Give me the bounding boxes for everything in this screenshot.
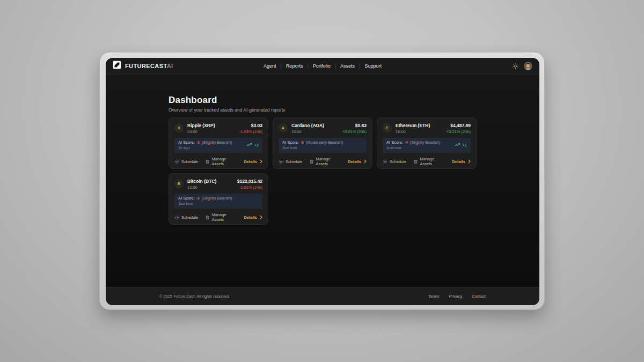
footer-link-contact[interactable]: Contact bbox=[472, 294, 486, 299]
ai-updated-ago: Just now bbox=[178, 202, 232, 205]
ai-score-line: AI Score: -4 (Slightly Bearish) bbox=[386, 140, 440, 145]
user-avatar[interactable] bbox=[524, 62, 532, 70]
price-change: +0.01% (24h) bbox=[342, 129, 367, 134]
details-label: Details bbox=[452, 159, 465, 164]
theme-toggle-sun-icon[interactable] bbox=[513, 63, 518, 69]
trash-icon bbox=[206, 159, 209, 164]
trend-value: +2 bbox=[254, 143, 259, 147]
gear-icon bbox=[174, 215, 179, 220]
card-header: E Ethereum (ETH) 10:00 $4,487.99 +0.21% … bbox=[383, 123, 471, 134]
asset-price: $0.83 bbox=[342, 123, 367, 128]
card-header: A Cardano (ADA) 10:00 $0.83 +0.01% (24h) bbox=[279, 123, 367, 134]
details-button[interactable]: Details bbox=[244, 215, 262, 220]
asset-card-grid: X Ripple (XRP) 09:00 $3.03 -1.93% (24h) … bbox=[169, 117, 477, 225]
details-label: Details bbox=[244, 215, 257, 220]
logo-mark-icon bbox=[113, 61, 121, 71]
schedule-label: Schedule bbox=[181, 159, 198, 164]
ai-score-panel: AI Score: -3 (Slightly Bearish) Just now bbox=[174, 194, 262, 208]
brand-name: FUTURECASTAI bbox=[125, 63, 173, 69]
topbar-right bbox=[513, 62, 532, 70]
details-button[interactable]: Details bbox=[244, 159, 262, 164]
ai-score-value: -3 bbox=[196, 196, 200, 201]
ai-score-label: AI Score: bbox=[282, 140, 299, 145]
page-subtitle: Overview of your tracked assets and AI-g… bbox=[169, 107, 477, 113]
ai-sentiment-label: (Slightly Bearish) bbox=[202, 140, 232, 145]
trash-icon bbox=[206, 215, 209, 220]
nav-item-assets[interactable]: Assets bbox=[336, 63, 359, 69]
chevron-right-icon bbox=[468, 159, 471, 164]
nav-item-agent[interactable]: Agent bbox=[259, 63, 281, 69]
nav-item-reports[interactable]: Reports bbox=[282, 63, 308, 69]
price-change: -0.01% (24h) bbox=[237, 185, 262, 190]
app-window: FUTURECASTAI Agent|Reports|Portfolio|Ass… bbox=[106, 58, 539, 305]
ai-score-label: AI Score: bbox=[386, 140, 403, 145]
asset-card: X Ripple (XRP) 09:00 $3.03 -1.93% (24h) … bbox=[169, 117, 268, 169]
details-button[interactable]: Details bbox=[348, 159, 367, 164]
card-footer: Schedule Manage Assets Details bbox=[174, 152, 262, 166]
ai-score-panel: AI Score: -4 (Slightly Bearish) Just now… bbox=[383, 138, 471, 152]
asset-price: $3.03 bbox=[239, 123, 262, 128]
manage-assets-button[interactable]: Manage Assets bbox=[310, 157, 340, 166]
trend-value: +1 bbox=[462, 143, 467, 147]
schedule-button[interactable]: Schedule bbox=[174, 159, 198, 164]
card-footer: Schedule Manage Assets Details bbox=[174, 208, 262, 222]
footer-link-terms[interactable]: Terms bbox=[428, 294, 439, 299]
ai-sentiment-label: (Slightly Bearish) bbox=[202, 196, 232, 201]
details-label: Details bbox=[244, 159, 257, 164]
manage-assets-button[interactable]: Manage Assets bbox=[414, 157, 444, 166]
ai-score-line: AI Score: -6 (Moderately Bearish) bbox=[282, 140, 343, 145]
card-footer: Schedule Manage Assets Details bbox=[279, 152, 367, 166]
gear-icon bbox=[174, 159, 179, 164]
manage-assets-button[interactable]: Manage Assets bbox=[206, 212, 236, 222]
ai-sentiment-label: (Moderately Bearish) bbox=[306, 140, 343, 145]
asset-name: Bitcoin (BTC) bbox=[187, 179, 216, 184]
schedule-label: Schedule bbox=[390, 159, 406, 164]
ai-score-panel: AI Score: -6 (Moderately Bearish) Just n… bbox=[279, 138, 367, 152]
schedule-button[interactable]: Schedule bbox=[383, 159, 406, 164]
card-footer: Schedule Manage Assets Details bbox=[383, 152, 471, 166]
asset-price: $4,487.99 bbox=[447, 123, 471, 128]
device-frame: FUTURECASTAI Agent|Reports|Portfolio|Ass… bbox=[99, 52, 545, 310]
asset-card: A Cardano (ADA) 10:00 $0.83 +0.01% (24h)… bbox=[273, 117, 372, 169]
nav-item-support[interactable]: Support bbox=[360, 63, 386, 69]
trending-up-icon bbox=[455, 143, 460, 147]
main-nav: Agent|Reports|Portfolio|Assets|Support bbox=[259, 58, 386, 74]
chevron-right-icon bbox=[364, 159, 367, 164]
ai-updated-ago: Just now bbox=[282, 146, 343, 150]
asset-symbol-icon: X bbox=[174, 123, 184, 132]
chevron-right-icon bbox=[260, 159, 262, 164]
manage-assets-label: Manage Assets bbox=[211, 212, 236, 222]
footer-bar: © 2025 Future Cast. All rights reserved.… bbox=[106, 287, 539, 305]
footer-link-privacy[interactable]: Privacy bbox=[449, 294, 463, 299]
schedule-button[interactable]: Schedule bbox=[174, 215, 198, 220]
copyright-text: © 2025 Future Cast. All rights reserved. bbox=[159, 294, 230, 299]
price-change: -1.93% (24h) bbox=[239, 129, 262, 134]
trash-icon bbox=[310, 159, 313, 164]
schedule-label: Schedule bbox=[181, 215, 198, 220]
footer-links: TermsPrivacyContact bbox=[428, 294, 486, 299]
manage-assets-label: Manage Assets bbox=[420, 157, 444, 166]
nav-item-portfolio[interactable]: Portfolio bbox=[309, 63, 335, 69]
top-navigation-bar: FUTURECASTAI Agent|Reports|Portfolio|Ass… bbox=[106, 58, 539, 75]
chevron-right-icon bbox=[260, 215, 262, 219]
card-header: X Ripple (XRP) 09:00 $3.03 -1.93% (24h) bbox=[174, 123, 262, 134]
ai-score-label: AI Score: bbox=[178, 196, 195, 201]
asset-name: Ethereum (ETH) bbox=[396, 123, 430, 128]
ai-score-line: AI Score: -3 (Slightly Bearish) bbox=[178, 140, 232, 145]
gear-icon bbox=[279, 159, 283, 164]
ai-sentiment-label: (Slightly Bearish) bbox=[410, 140, 441, 145]
schedule-button[interactable]: Schedule bbox=[279, 159, 302, 164]
manage-assets-button[interactable]: Manage Assets bbox=[206, 157, 236, 166]
details-button[interactable]: Details bbox=[452, 159, 471, 164]
asset-symbol-icon: A bbox=[279, 123, 288, 132]
asset-name: Ripple (XRP) bbox=[187, 123, 215, 128]
manage-assets-label: Manage Assets bbox=[316, 157, 340, 166]
asset-symbol-icon: B bbox=[174, 179, 184, 188]
trend: +2 bbox=[246, 143, 259, 147]
asset-card: E Ethereum (ETH) 10:00 $4,487.99 +0.21% … bbox=[377, 117, 477, 169]
asset-time: 10:00 bbox=[396, 129, 430, 134]
ai-score-label: AI Score: bbox=[178, 140, 195, 145]
brand-suffix: AI bbox=[167, 63, 173, 69]
brand-logo[interactable]: FUTURECASTAI bbox=[113, 61, 173, 71]
ai-updated-ago: 1h ago bbox=[178, 146, 232, 150]
